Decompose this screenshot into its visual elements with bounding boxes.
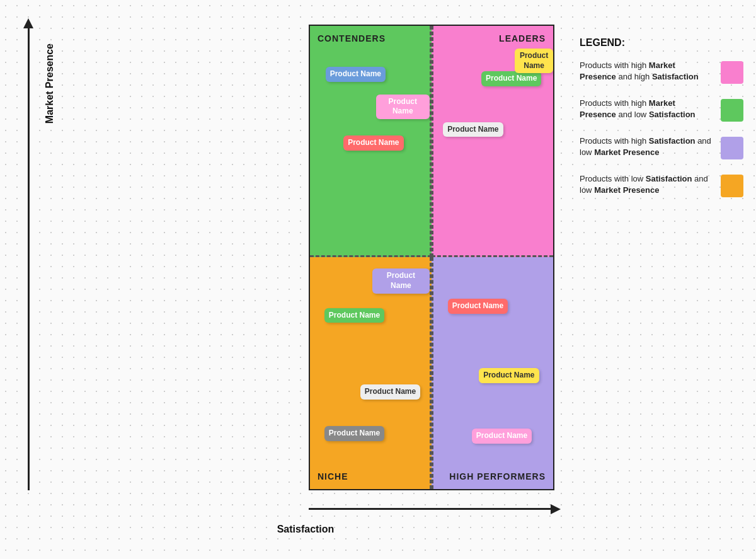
legend-text-leaders: Products with high Market Presence and h… <box>580 60 713 83</box>
main-container: Market Presence CONTENDERS Product NameP… <box>13 12 743 548</box>
product-badge-p11: Product Name <box>448 299 508 314</box>
legend-color-niche <box>721 175 743 197</box>
label-leaders: LEADERS <box>499 33 546 43</box>
quadrant-high-performers: HIGH PERFORMERS Product NameProduct Name… <box>432 257 553 489</box>
product-badge-p3: Product Name <box>376 95 430 119</box>
product-badge-p7: Product Name <box>372 268 430 293</box>
chart-area: Market Presence CONTENDERS Product NameP… <box>13 18 561 535</box>
product-badge-p6: Product Name <box>515 49 553 73</box>
product-badge-p10: Product Name <box>324 426 384 441</box>
legend-item-niche: Products with low Satisfaction and low M… <box>580 173 743 197</box>
legend-color-leaders <box>721 61 743 84</box>
quadrant-contenders: CONTENDERS Product NameProduct NameProdu… <box>310 26 432 258</box>
legend-text-contenders: Products with high Market Presence and l… <box>580 98 713 120</box>
product-badge-p2: Product Name <box>343 135 403 151</box>
quadrant-grid: CONTENDERS Product NameProduct NameProdu… <box>309 25 554 490</box>
product-badge-p5: Product Name <box>481 71 541 86</box>
product-badge-p12: Product Name <box>479 368 539 383</box>
x-axis-label: Satisfaction <box>44 524 561 535</box>
y-axis-label: Market Presence <box>44 18 63 124</box>
legend-text-high-performers: Products with high Satisfaction and low … <box>580 135 713 158</box>
legend-color-high-performers <box>721 137 743 159</box>
product-badge-p13: Product Name <box>472 429 532 444</box>
product-badge-p1: Product Name <box>326 67 386 82</box>
quadrant-niche: NICHE Product NameProduct NameProduct Na… <box>310 257 432 489</box>
legend-item-high-performers: Products with high Satisfaction and low … <box>580 135 743 159</box>
chart-wrapper: CONTENDERS Product NameProduct NameProdu… <box>302 18 561 519</box>
product-badge-p9: Product Name <box>360 384 420 400</box>
product-badge-p4: Product Name <box>443 122 503 137</box>
legend: LEGEND: Products with high Market Presen… <box>580 37 743 211</box>
label-contenders: CONTENDERS <box>318 33 386 43</box>
legend-text-niche: Products with low Satisfaction and low M… <box>580 173 713 196</box>
chart-with-yaxis: Market Presence CONTENDERS Product NameP… <box>13 18 561 519</box>
legend-item-contenders: Products with high Market Presence and l… <box>580 98 743 122</box>
legend-color-contenders <box>721 99 743 122</box>
legend-title: LEGEND: <box>580 37 743 49</box>
label-high-performers: HIGH PERFORMERS <box>449 471 546 481</box>
label-niche: NICHE <box>318 471 348 481</box>
quadrant-leaders: LEADERS Product NameProduct NameProduct … <box>432 26 553 258</box>
product-badge-p8: Product Name <box>324 308 384 323</box>
legend-item-leaders: Products with high Market Presence and h… <box>580 60 743 84</box>
